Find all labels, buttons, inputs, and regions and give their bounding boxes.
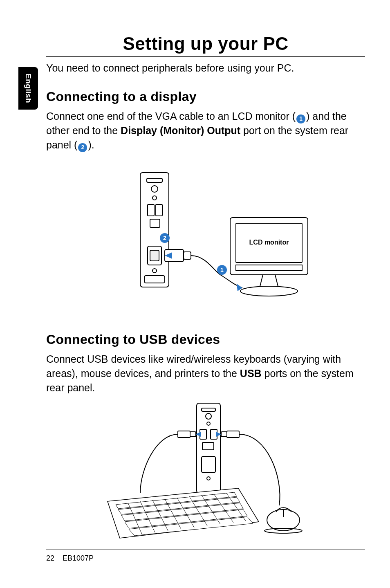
figure-usb [46, 399, 365, 546]
svg-rect-29 [202, 442, 214, 450]
svg-rect-35 [227, 431, 239, 438]
page-title: Setting up your PC [46, 34, 365, 57]
callout-2-inline: 2 [78, 143, 87, 152]
callout-2-figure: 2 [160, 233, 170, 243]
svg-rect-33 [190, 432, 196, 437]
section2-paragraph: Connect USB devices like wired/wireless … [46, 352, 365, 395]
svg-rect-8 [150, 250, 159, 261]
svg-point-19 [240, 286, 298, 296]
lcd-monitor-label: LCD monitor [249, 239, 289, 246]
svg-rect-10 [144, 276, 165, 283]
intro-text: You need to connect peripherals before u… [46, 61, 365, 75]
section2-heading: Connecting to USB devices [46, 332, 365, 347]
svg-point-26 [207, 422, 210, 425]
svg-text:2: 2 [163, 235, 166, 241]
page-footer: 22 EB1007P [46, 550, 365, 563]
svg-rect-30 [202, 456, 215, 473]
section1-text-d: ). [88, 139, 94, 150]
callout-1-inline: 1 [296, 114, 305, 123]
svg-rect-1 [147, 178, 162, 182]
svg-point-3 [152, 196, 157, 200]
svg-rect-27 [200, 429, 206, 439]
section2-bold: USB [240, 368, 262, 379]
svg-text:1: 1 [220, 267, 224, 273]
section1-bold: Display (Monitor) Output [121, 125, 240, 136]
page-number: 22 [46, 554, 54, 563]
svg-rect-18 [236, 265, 302, 271]
figure-display: 2 LCD monitor 1 [46, 168, 365, 303]
svg-rect-24 [202, 408, 215, 411]
svg-point-2 [151, 186, 158, 192]
model-number: EB1007P [63, 554, 94, 563]
language-tab-label: English [24, 74, 33, 103]
svg-point-9 [152, 269, 157, 273]
svg-point-25 [206, 413, 211, 419]
section1-paragraph: Connect one end of the VGA cable to an L… [46, 109, 365, 152]
svg-rect-5 [156, 204, 162, 216]
page-content: Setting up your PC You need to connect p… [46, 34, 365, 546]
svg-rect-12 [184, 252, 191, 259]
language-tab: English [18, 67, 38, 110]
section1-text-a: Connect one end of the VGA cable to an L… [46, 110, 296, 122]
display-connection-illustration: 2 LCD monitor 1 [99, 168, 312, 303]
svg-point-31 [207, 477, 210, 480]
svg-rect-32 [178, 431, 190, 438]
svg-rect-6 [150, 219, 160, 227]
svg-rect-28 [211, 429, 217, 439]
svg-rect-36 [221, 432, 227, 437]
svg-rect-4 [148, 204, 154, 216]
callout-1-figure: 1 [217, 265, 227, 275]
section1-heading: Connecting to a display [46, 89, 365, 104]
usb-connection-illustration [91, 399, 320, 546]
